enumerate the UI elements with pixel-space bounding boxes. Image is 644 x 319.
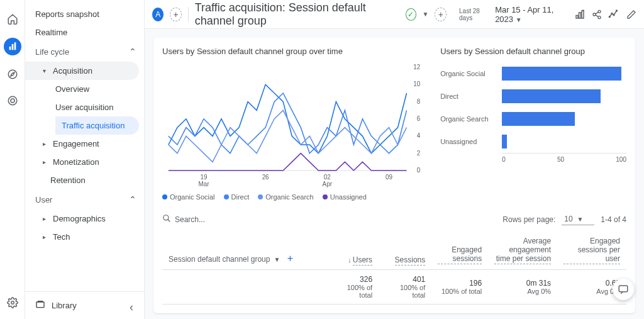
home-icon[interactable] [5, 11, 20, 26]
svg-text:Apr: Apr [323, 181, 333, 187]
sidebar-realtime[interactable]: Realtime [25, 23, 144, 42]
svg-rect-33 [619, 286, 628, 292]
add-comparison-button[interactable]: + [170, 8, 182, 21]
sidebar-demographics[interactable]: ▸Demographics [25, 210, 144, 228]
svg-point-15 [612, 13, 613, 14]
total-users-sub: 100% of total [332, 284, 372, 299]
bar-row: Organic Search [440, 108, 626, 130]
svg-rect-9 [579, 13, 580, 18]
rows-per-page-select[interactable]: 10 ▼ [562, 213, 594, 225]
feedback-button[interactable] [613, 279, 634, 300]
caret-right-icon: ▸ [43, 233, 48, 240]
bar-chart-block: Users by Session default channel group O… [440, 47, 626, 201]
legend-item[interactable]: Unassigned [323, 193, 367, 201]
account-badge[interactable]: A [152, 8, 164, 21]
svg-text:10: 10 [413, 81, 420, 87]
sidebar-retention[interactable]: Retention [25, 171, 144, 189]
sidebar-user-group-label: User [35, 195, 52, 204]
sidebar-monetization-label: Monetization [53, 157, 99, 167]
sidebar-acq-user[interactable]: User acquisition [55, 98, 144, 116]
col-users-label: Users [353, 255, 372, 266]
reports-icon[interactable] [4, 38, 21, 55]
sidebar-life-cycle[interactable]: Life cycle⌃ [25, 42, 144, 62]
svg-point-13 [598, 16, 601, 18]
total-engaged-sub: 100% of total [438, 288, 482, 295]
insights-icon[interactable] [608, 8, 619, 21]
col-eng-per-user-label: Engaged sessions per user [564, 237, 620, 264]
caret-right-icon: ▸ [43, 215, 48, 222]
sidebar-acq-traffic[interactable]: Traffic acquisition [55, 116, 139, 135]
col-avg-time-label: Average engagement time per session [494, 237, 551, 264]
data-table-area: Search... Rows per page: 10 ▼ 1-4 of 4 S… [162, 213, 626, 305]
sidebar: Reports snapshot Realtime Life cycle⌃ ▾A… [25, 0, 145, 319]
svg-point-3 [8, 70, 17, 79]
svg-rect-7 [36, 302, 44, 308]
sidebar-library[interactable]: Library [25, 291, 144, 319]
customize-icon[interactable] [574, 8, 586, 21]
sidebar-acquisition[interactable]: ▾Acquisition [25, 62, 139, 80]
col-engaged-label: Engaged sessions [438, 245, 482, 264]
bar-row: Organic Social [440, 62, 626, 85]
date-range-picker[interactable]: Mar 15 - Apr 11, 2023 ▼ [495, 5, 568, 24]
edit-icon[interactable] [626, 8, 636, 21]
totals-row: 326100% of total 401100% of total 196100… [162, 270, 626, 305]
legend-item[interactable]: Direct [224, 193, 250, 201]
col-engaged[interactable]: Engaged sessions [431, 232, 488, 270]
svg-point-14 [609, 16, 611, 17]
sidebar-engagement[interactable]: ▸Engagement [25, 135, 144, 153]
svg-rect-2 [14, 42, 16, 50]
sidebar-monetization[interactable]: ▸Monetization [25, 153, 144, 171]
main: A + Traffic acquisition: Session default… [145, 0, 644, 319]
date-label: Last 28 days [459, 8, 489, 21]
sidebar-engagement-label: Engagement [53, 139, 99, 148]
explore-icon[interactable] [5, 67, 20, 82]
total-sessions-sub: 100% of total [385, 284, 425, 299]
svg-text:6: 6 [417, 115, 421, 122]
chevron-up-icon: ⌃ [129, 47, 136, 57]
legend-item[interactable]: Organic Search [258, 193, 313, 201]
bar-label: Organic Search [440, 115, 497, 123]
chevron-down-icon: ▼ [516, 16, 522, 23]
sidebar-user-group[interactable]: User⌃ [25, 189, 144, 210]
caret-right-icon: ▸ [43, 159, 48, 165]
sidebar-reports-snapshot[interactable]: Reports snapshot [25, 5, 144, 23]
title-dropdown[interactable]: ▼ [423, 11, 429, 18]
search-placeholder: Search... [175, 215, 205, 224]
add-dimension-button[interactable]: + [287, 253, 293, 264]
total-avg-time: 0m 31s [494, 279, 551, 288]
share-icon[interactable] [592, 8, 602, 21]
svg-rect-8 [576, 15, 578, 18]
page-info: 1-4 of 4 [601, 215, 626, 224]
legend-item[interactable]: Organic Social [162, 193, 215, 201]
bar-label: Organic Social [440, 70, 497, 77]
svg-rect-10 [582, 11, 584, 18]
settings-icon[interactable] [5, 295, 20, 310]
ads-icon[interactable] [5, 93, 20, 108]
svg-text:Mar: Mar [198, 181, 209, 187]
dimension-label: Session default channel group [169, 255, 270, 264]
topbar: A + Traffic acquisition: Session default… [145, 0, 644, 29]
add-segment-button[interactable]: + [435, 8, 447, 21]
line-chart: 02468101219Mar2602Apr09 [162, 62, 423, 188]
col-eng-per-user[interactable]: Engaged sessions per user [557, 232, 626, 270]
total-avg-time-sub: Avg 0% [494, 288, 551, 295]
sort-down-icon: ↓ [348, 256, 352, 264]
total-engaged: 196 [438, 279, 482, 288]
dimension-selector[interactable]: Session default channel group ▼ [169, 255, 280, 264]
col-users[interactable]: ↓Users [326, 232, 379, 270]
check-icon[interactable]: ✓ [406, 8, 416, 21]
line-chart-title: Users by Session default channel group o… [162, 47, 423, 56]
svg-point-12 [593, 13, 596, 16]
table-pagination: Rows per page: 10 ▼ 1-4 of 4 [502, 213, 626, 225]
chart-legend: Organic SocialDirectOrganic SearchUnassi… [162, 193, 423, 201]
table-search[interactable]: Search... [162, 214, 205, 225]
svg-text:09: 09 [386, 174, 392, 181]
svg-point-32 [164, 215, 169, 220]
page-title: Traffic acquisition: Session default cha… [195, 1, 399, 28]
collapse-sidebar-button[interactable]: ‹ [130, 301, 133, 314]
sidebar-acq-overview[interactable]: Overview [55, 80, 144, 98]
col-sessions[interactable]: Sessions [379, 232, 431, 270]
nav-rail [0, 0, 25, 319]
col-avg-time[interactable]: Average engagement time per session [488, 232, 557, 270]
sidebar-tech[interactable]: ▸Tech [25, 228, 144, 246]
